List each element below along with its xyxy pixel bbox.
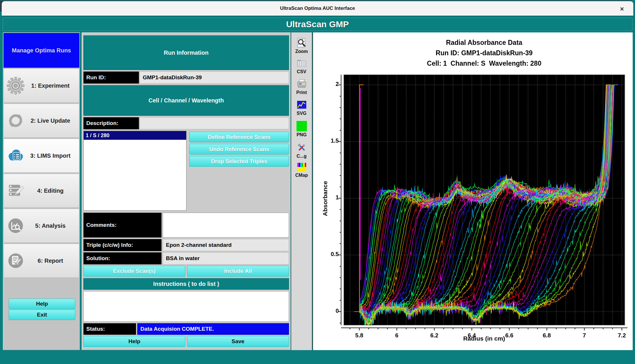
x-tick-label: 6.2 bbox=[430, 332, 438, 339]
status-label: Status: bbox=[83, 323, 136, 335]
y-tick-label: 1 bbox=[321, 194, 339, 201]
print-tool-button[interactable]: Print bbox=[291, 78, 312, 95]
sidebar-item-experiment[interactable]: 1: Experiment bbox=[3, 69, 79, 103]
save-button[interactable]: Save bbox=[187, 336, 289, 347]
drop-selected-triples-button[interactable]: Drop Selected Triples bbox=[189, 156, 289, 167]
description-label: Description: bbox=[83, 117, 139, 129]
gear-icon bbox=[7, 77, 25, 95]
sidebar-item-label: 2: Live Update bbox=[25, 117, 76, 124]
instructions-header: Instructions ( to do list ) bbox=[83, 278, 289, 290]
comments-label: Comments: bbox=[83, 213, 162, 238]
plot-title-line1: Radial Absorbance Data bbox=[446, 39, 522, 47]
x-tick-label: 6 bbox=[395, 332, 398, 339]
sidebar-item-analysis[interactable]: 5: Analysis bbox=[3, 209, 79, 243]
plot-title-line2: Run ID: GMP1-dataDiskRun-39 bbox=[436, 49, 533, 57]
tool-label: C...g bbox=[297, 154, 307, 159]
sidebar-help-label: Help bbox=[36, 301, 48, 307]
solution-field[interactable]: BSA in water bbox=[163, 252, 289, 264]
sidebar: Manage Optima Runs bbox=[3, 32, 80, 350]
run-id-label: Run ID: bbox=[83, 71, 139, 84]
colormap-icon bbox=[296, 162, 307, 172]
app-window: UltraScan Optima AUC Interface × UltraSc… bbox=[0, 0, 635, 364]
y-tick-label: 0.5 bbox=[321, 251, 339, 258]
app-header: UltraScan GMP bbox=[2, 17, 633, 32]
description-field[interactable] bbox=[140, 117, 289, 129]
sidebar-item-label: 6: Report bbox=[25, 258, 76, 264]
exclude-scans-button[interactable]: Exclude Scan(s) bbox=[83, 266, 185, 277]
comments-field[interactable] bbox=[163, 213, 289, 238]
sidebar-item-label: 5: Analysis bbox=[25, 223, 76, 229]
sidebar-item-lims-import[interactable]: 3: LIMS Import bbox=[3, 139, 79, 173]
sidebar-exit-label: Exit bbox=[37, 312, 47, 318]
svg-export-icon bbox=[297, 100, 307, 110]
svg-export-button[interactable]: SVG bbox=[291, 100, 312, 116]
run-information-panel: Run Information Run ID: GMP1-dataDiskRun… bbox=[82, 32, 291, 350]
tool-label: CMap bbox=[295, 173, 308, 178]
csv-icon bbox=[297, 58, 307, 68]
tool-label: Print bbox=[296, 90, 307, 95]
print-icon bbox=[296, 78, 307, 89]
sidebar-manage-label: Manage Optima Runs bbox=[12, 47, 71, 54]
x-tick-label: 5.8 bbox=[355, 332, 363, 339]
sidebar-item-label: 4: Editing bbox=[25, 187, 76, 194]
sidebar-item-report[interactable]: 6: Report bbox=[3, 244, 79, 278]
page-title: UltraScan GMP bbox=[286, 19, 349, 29]
y-tick-label: 0 bbox=[321, 308, 339, 314]
tool-label: CSV bbox=[297, 69, 306, 74]
sidebar-exit-button[interactable]: Exit bbox=[9, 310, 75, 320]
sidebar-item-label: 1: Experiment bbox=[25, 82, 76, 89]
refresh-icon bbox=[7, 112, 25, 130]
y-tick-label: 1.5 bbox=[321, 137, 339, 144]
analysis-icon bbox=[7, 217, 25, 235]
sidebar-item-label: 3: LIMS Import bbox=[25, 152, 76, 159]
run-id-field[interactable]: GMP1-dataDiskRun-39 bbox=[140, 71, 289, 84]
config-tools-icon bbox=[297, 142, 307, 153]
plot-panel: Radial Absorbance Data Run ID: GMP1-data… bbox=[312, 32, 633, 350]
undo-reference-scans-button[interactable]: Undo Reference Scans bbox=[189, 144, 289, 155]
tool-label: Zoom bbox=[295, 49, 308, 54]
editing-icon bbox=[7, 182, 25, 200]
x-tick-label: 6.6 bbox=[505, 332, 513, 339]
triple-list-item[interactable]: 1 / S / 280 bbox=[84, 131, 186, 140]
solution-label: Solution: bbox=[83, 252, 162, 264]
sidebar-item-editing[interactable]: 4: Editing bbox=[3, 174, 79, 208]
x-tick-label: 6.8 bbox=[543, 332, 551, 339]
report-icon bbox=[7, 252, 25, 270]
x-tick-label: 7 bbox=[583, 332, 586, 339]
run-information-header: Run Information bbox=[83, 35, 289, 70]
triple-listbox[interactable]: 1 / S / 280 bbox=[83, 131, 186, 211]
sidebar-item-live-update[interactable]: 2: Live Update bbox=[3, 104, 79, 138]
x-tick-label: 6.4 bbox=[468, 332, 476, 339]
x-tick-label: 7.2 bbox=[618, 332, 626, 339]
help-button[interactable]: Help bbox=[83, 336, 185, 347]
window-titlebar: UltraScan Optima AUC Interface × bbox=[2, 1, 633, 16]
instructions-field[interactable] bbox=[83, 291, 289, 322]
triple-info-field[interactable]: Epon 2-channel standard bbox=[163, 239, 289, 251]
y-tick-label: 2 bbox=[321, 81, 339, 87]
tool-label: PNG bbox=[297, 132, 307, 137]
colormap-tool-button[interactable]: CMap bbox=[291, 162, 312, 178]
tool-label: SVG bbox=[297, 111, 307, 116]
sidebar-help-button[interactable]: Help bbox=[9, 299, 75, 309]
plot-title-line3: Cell: 1 Channel: S Wavelength: 280 bbox=[427, 60, 541, 67]
png-export-button[interactable]: PNG bbox=[291, 121, 312, 137]
sidebar-item-manage-optima-runs[interactable]: Manage Optima Runs bbox=[3, 33, 79, 68]
plot-toolbar: Zoom CSV Print bbox=[291, 32, 312, 350]
close-icon[interactable]: × bbox=[618, 5, 626, 13]
define-reference-scans-button[interactable]: Define Reference Scans bbox=[189, 132, 289, 142]
include-all-button[interactable]: Include All bbox=[187, 266, 289, 277]
zoom-tool-button[interactable]: Zoom bbox=[291, 38, 312, 54]
csv-tool-button[interactable]: CSV bbox=[291, 58, 312, 74]
status-value: Data Acquision COMPLETE. bbox=[137, 323, 289, 335]
cloud-import-icon bbox=[7, 147, 25, 165]
triple-info-label: Triple (c/c/w) Info: bbox=[83, 239, 162, 251]
png-export-icon bbox=[297, 121, 307, 131]
cell-channel-wavelength-header: Cell / Channel / Wavelength bbox=[83, 85, 289, 116]
config-tool-button[interactable]: C...g bbox=[291, 142, 312, 159]
radial-absorbance-plot[interactable] bbox=[313, 32, 633, 350]
zoom-icon bbox=[297, 38, 307, 48]
window-title: UltraScan Optima AUC Interface bbox=[280, 5, 355, 11]
